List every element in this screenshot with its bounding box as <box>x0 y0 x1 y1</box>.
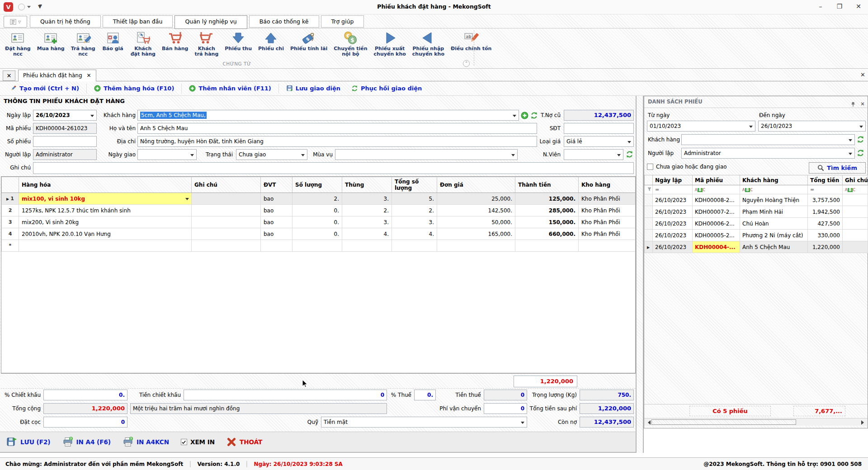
col-header-price[interactable]: Đơn giá <box>437 177 515 193</box>
cell-boxes[interactable]: 3. <box>342 193 392 205</box>
filter-abc-icon[interactable]: ABC <box>843 185 868 194</box>
mua-vu-select[interactable] <box>335 149 518 160</box>
cell-note[interactable] <box>192 205 261 216</box>
cell-note[interactable] <box>843 230 868 241</box>
cell-customer[interactable]: Phương 2 Ni (máy cắt) <box>740 230 808 241</box>
pct-chiet-khau-input[interactable]: 0. <box>43 390 127 400</box>
cell-total[interactable]: 427,500 <box>808 218 843 230</box>
panel-horizontal-scrollbar[interactable] <box>644 418 868 426</box>
col-header-product[interactable]: Hàng hóa <box>19 177 192 193</box>
sdt-input[interactable] <box>564 123 634 134</box>
cell-note[interactable] <box>192 228 261 240</box>
print-a4kcn-button[interactable]: IN A4KCN <box>123 437 169 447</box>
cell-amount[interactable] <box>515 240 579 252</box>
tabbar-close-icon[interactable]: ✕ <box>860 71 865 78</box>
cell-amount[interactable]: 125,000. <box>515 193 579 205</box>
menu-tab-3[interactable]: Báo cáo thống kê <box>249 15 319 28</box>
cell-total-qty[interactable]: 4. <box>392 228 437 240</box>
panel-close-icon[interactable]: ✕ <box>860 99 865 110</box>
cell-qty[interactable]: 2. <box>292 193 342 205</box>
dat-coc-input[interactable]: 0 <box>43 417 127 428</box>
tu-ngay-input[interactable]: 01/10/2023 <box>647 121 755 132</box>
print-a4-button[interactable]: IN A4 (F6) <box>62 437 111 447</box>
cell-warehouse[interactable]: Kho Phân Phối <box>579 216 636 228</box>
cell-date[interactable]: 26/10/2023 <box>653 230 693 241</box>
col-header-warehouse[interactable]: Kho hàng <box>579 177 636 193</box>
p-col-code[interactable]: Mã phiếu <box>693 175 740 185</box>
ribbon-item-5[interactable]: Bán hàng <box>159 30 191 61</box>
cell-qty[interactable]: 0. <box>292 205 342 216</box>
new-record-button[interactable]: Tạo mới (Ctrl + N) <box>5 83 85 94</box>
checkbox-checked-icon[interactable] <box>181 439 187 445</box>
cell-product[interactable]: 20010vh, NPK 20.0.10 Vạn Hưng <box>19 228 192 240</box>
filter-abc-icon[interactable]: ABC <box>740 185 808 194</box>
search-button[interactable]: Tìm kiếm <box>809 162 866 174</box>
cell-unit[interactable] <box>261 240 292 252</box>
cell-unit[interactable]: bao <box>261 216 292 228</box>
p-col-customer[interactable]: Khách hàng <box>740 175 808 185</box>
p-col-date[interactable]: Ngày lập <box>653 175 693 185</box>
cell-customer[interactable]: Anh 5 Chệch Mau <box>740 241 808 253</box>
ho-va-ten-input[interactable]: Anh 5 Chệch Mau <box>137 123 537 134</box>
close-all-tabs-button[interactable]: ✕ <box>3 70 15 81</box>
cell-total[interactable]: 1,220,000 <box>808 241 843 253</box>
col-header-boxes[interactable]: Thùng <box>342 177 392 193</box>
cell-note[interactable] <box>192 240 261 252</box>
items-grid-row[interactable]: 420010vh, NPK 20.0.10 Vạn Hưngbao0.4.4.1… <box>2 228 636 240</box>
menu-tab-0[interactable]: Quản trị hệ thống <box>30 15 101 28</box>
cell-note[interactable] <box>192 193 261 205</box>
ribbon-item-13[interactable]: Điều chỉnh tồn <box>448 30 495 61</box>
scroll-right-icon[interactable] <box>861 420 866 425</box>
add-staff-button[interactable]: Thêm nhân viên (F11) <box>184 83 276 94</box>
checkbox-unchecked-icon[interactable] <box>647 164 653 170</box>
panel-khach-hang-select[interactable] <box>681 134 855 145</box>
cell-unit[interactable]: bao <box>261 228 292 240</box>
cell-warehouse[interactable]: Kho Phân Phối <box>579 193 636 205</box>
cell-boxes[interactable]: 3. <box>342 216 392 228</box>
save-button[interactable]: LƯU (F2) <box>6 437 51 447</box>
pct-thue-input[interactable]: 0. <box>414 390 436 400</box>
ribbon-item-12[interactable]: Phiếu nhậpchuyển kho <box>409 30 448 61</box>
items-grid-row[interactable]: ▶1mix100, vi sinh 10kgbao2.3.5.25,000.12… <box>2 193 636 205</box>
receipt-row[interactable]: 26/10/2023KDH00005-2...Phương 2 Ni (máy … <box>645 230 868 241</box>
menu-tab-2[interactable]: Quản lý nghiệp vụ <box>175 15 247 29</box>
panel-nguoi-lap-select[interactable]: Administrator <box>681 148 855 159</box>
cell-customer[interactable]: Phạm Minh Hải <box>740 206 808 218</box>
cell-note[interactable] <box>843 218 868 230</box>
cell-amount[interactable]: 285,000. <box>515 205 579 216</box>
items-grid-row[interactable]: 21257ks, NPK 12.5.7 thúc tím khánh sinhb… <box>2 205 636 216</box>
panel-refresh-customer-icon[interactable] <box>857 136 864 143</box>
ribbon-item-3[interactable]: Báo giá <box>99 30 127 61</box>
cell-product[interactable] <box>19 240 192 252</box>
ghi-chu-input[interactable] <box>33 162 634 174</box>
items-grid-append-row[interactable]: * <box>2 240 636 252</box>
cell-warehouse[interactable]: Kho Phân Phối <box>579 228 636 240</box>
filter-abc-icon[interactable]: ABC <box>693 185 740 194</box>
cell-unit[interactable]: bao <box>261 205 292 216</box>
n-vien-select[interactable] <box>564 149 623 160</box>
cell-product[interactable]: mix100, vi sinh 10kg <box>19 193 192 205</box>
undelivered-checkbox[interactable]: Chưa giao hoặc đang giao <box>647 164 727 170</box>
cell-boxes[interactable]: 4. <box>342 228 392 240</box>
cell-warehouse[interactable]: Kho Phân Phối <box>579 205 636 216</box>
cell-boxes[interactable] <box>342 240 392 252</box>
filter-equals-icon[interactable]: = <box>808 185 843 194</box>
cell-warehouse[interactable] <box>579 240 636 252</box>
receipt-row[interactable]: ▶26/10/2023KDH00004-...Anh 5 Chệch Mau1,… <box>645 241 868 253</box>
minimize-button[interactable]: – <box>811 0 830 14</box>
col-header-amount[interactable]: Thành tiền <box>515 177 579 193</box>
panel-splitter[interactable] <box>636 96 644 453</box>
cell-date[interactable]: 26/10/2023 <box>653 241 693 253</box>
close-button[interactable]: ✕ <box>849 0 868 14</box>
cell-date[interactable]: 26/10/2023 <box>653 206 693 218</box>
cell-note[interactable] <box>843 241 868 253</box>
den-ngay-input[interactable]: 26/10/2023 <box>758 121 866 132</box>
cell-total[interactable]: 3,757,500 <box>808 194 843 206</box>
maximize-button[interactable]: ❐ <box>830 0 849 14</box>
cell-price[interactable]: 50,000. <box>437 216 515 228</box>
cell-qty[interactable]: 0. <box>292 228 342 240</box>
preview-checkbox[interactable]: XEM IN <box>181 438 215 446</box>
cell-total-qty[interactable]: 5. <box>392 193 437 205</box>
so-phieu-input[interactable] <box>33 136 97 147</box>
cell-total-qty[interactable]: 3. <box>392 216 437 228</box>
